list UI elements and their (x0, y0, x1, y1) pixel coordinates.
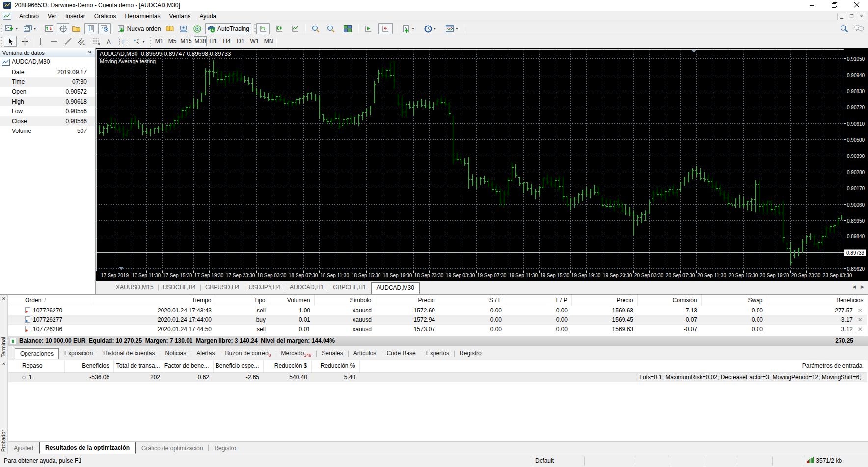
autotrading-button[interactable]: AutoTrading (205, 23, 251, 34)
chart-tab-xauusdm15[interactable]: XAUUSD,M15 (111, 282, 158, 294)
terminal-panel-button[interactable] (84, 23, 97, 34)
chart-tab-usdchfh4[interactable]: USDCHF,H4 (159, 282, 200, 294)
terminal-col-10[interactable]: Swap (701, 295, 767, 306)
chart-tab-gbpusdh4[interactable]: GBPUSD,H4 (201, 282, 244, 294)
terminal-col-3[interactable]: Volumen (270, 295, 314, 306)
terminal-tab-codebase[interactable]: Code Base (381, 348, 420, 359)
tabs-scroll-left-icon[interactable]: ◀ (852, 285, 856, 289)
timeframe-M30[interactable]: M30 (194, 36, 207, 46)
tester-close-icon[interactable]: ✕ (1, 361, 7, 367)
terminal-tab-artculos[interactable]: Artículos (349, 348, 381, 359)
timeframe-D1[interactable]: D1 (235, 36, 246, 46)
timeframe-MN[interactable]: MN (263, 36, 274, 46)
minimize-button[interactable] (801, 0, 823, 11)
tester-col-6[interactable]: Reducción % (311, 360, 359, 372)
vline-button[interactable] (35, 36, 45, 47)
status-profile[interactable]: Default (535, 456, 554, 466)
order-close-icon[interactable]: ✕ (854, 315, 867, 324)
data-window-button[interactable] (57, 23, 69, 34)
channel-button[interactable]: E (75, 36, 87, 47)
text-label-button[interactable]: T (117, 36, 129, 47)
cursor-button[interactable] (4, 36, 17, 47)
tester-col-1[interactable]: Beneficios (64, 360, 113, 372)
terminal-col-7[interactable]: T / P (506, 295, 571, 306)
navigator-button[interactable] (71, 23, 81, 34)
tester-col-5[interactable]: Reducción $ (263, 360, 311, 372)
data-window-close-icon[interactable]: ✕ (86, 49, 93, 56)
terminal-tab-seales[interactable]: Señales (317, 348, 348, 359)
terminal-col-8[interactable]: Precio (571, 295, 637, 306)
terminal-tab-exposicin[interactable]: Exposición (59, 348, 98, 359)
terminal-col-0[interactable]: Orden/ (8, 295, 93, 306)
chart-line-button[interactable] (289, 23, 301, 34)
tester-tab-resultadosdelaoptimizacin[interactable]: Resultados de la optimización (39, 442, 136, 454)
tile-windows-button[interactable] (341, 23, 354, 34)
tester-panel-button[interactable] (98, 23, 111, 34)
timeframe-M15[interactable]: M15 (180, 36, 192, 46)
tester-col-7[interactable]: Parámetros de entrada (359, 360, 867, 372)
tabs-scroll-right-icon[interactable]: ▶ (861, 285, 864, 289)
menu-herramientas[interactable]: Herramientas (120, 11, 164, 22)
chart-menu-icon[interactable] (3, 12, 12, 22)
order-close-icon[interactable]: ✕ (854, 306, 867, 315)
timeframe-H1[interactable]: H1 (208, 36, 218, 46)
menu-ver[interactable]: Ver (43, 11, 61, 22)
crosshair-button[interactable] (19, 36, 30, 47)
timeframe-W1[interactable]: W1 (249, 36, 260, 46)
chat-button[interactable] (852, 23, 867, 34)
terminal-tab-historialdecuentas[interactable]: Historial de cuentas (98, 348, 160, 359)
terminal-tab-alertas[interactable]: Alertas (191, 348, 219, 359)
chart-tab-gbpchfh1[interactable]: GBPCHF,H1 (328, 282, 370, 294)
chart-tab-audcadh1[interactable]: AUDCAD,H1 (285, 282, 328, 294)
price-chart[interactable]: 0.910500.909400.908300.907200.906100.905… (96, 48, 868, 281)
fibonacci-button[interactable]: F (90, 36, 102, 47)
terminal-col-5[interactable]: Precio (376, 295, 439, 306)
tester-col-3[interactable]: Factor de bene... (164, 360, 213, 372)
market-watch-button[interactable] (44, 23, 54, 34)
indicators-button[interactable]: ▼ (399, 23, 418, 34)
chart-shift-button[interactable] (378, 23, 393, 34)
tester-tab-registro[interactable]: Registro (209, 443, 242, 454)
order-row[interactable]: 1077262772020.01.24 17:44:00buy0.01xauus… (8, 315, 867, 324)
terminal-tab-noticias[interactable]: Noticias (160, 348, 191, 359)
menu-ventana[interactable]: Ventana (164, 11, 195, 22)
order-row[interactable]: 1077262862020.01.24 17:44:50sell0.01xauu… (8, 324, 867, 334)
search-button[interactable] (838, 23, 850, 34)
arrows-button[interactable]: ▼ (132, 36, 146, 47)
zoom-out-button[interactable] (325, 23, 337, 34)
tester-col-4[interactable]: Beneficio espe... (213, 360, 263, 372)
terminal-col-4[interactable]: Símbolo (314, 295, 376, 306)
terminal-close-icon[interactable]: ✕ (1, 296, 7, 302)
timeframe-H4[interactable]: H4 (221, 36, 232, 46)
terminal-col-6[interactable]: S / L (439, 295, 506, 306)
zoom-in-button[interactable] (309, 23, 322, 34)
chart-tab-audcadm30[interactable]: AUDCAD,M30 (371, 282, 420, 294)
mql-community-button[interactable] (178, 23, 189, 34)
terminal-tab-registro[interactable]: Registro (455, 348, 487, 359)
tester-tab-ajusted[interactable]: Ajusted (8, 443, 39, 454)
auto-scroll-button[interactable] (361, 23, 375, 34)
trendline-button[interactable] (62, 36, 74, 47)
text-button[interactable]: A (104, 36, 114, 47)
chart-candles-button[interactable] (272, 23, 286, 34)
menu-grficos[interactable]: Gráficos (90, 11, 121, 22)
tester-col-0[interactable]: Repaso (8, 360, 64, 372)
chart-tab-usdjpyh4[interactable]: USDJPY,H4 (244, 282, 284, 294)
close-button[interactable] (846, 0, 868, 11)
timeframe-M5[interactable]: M5 (166, 36, 178, 46)
tester-result-row[interactable]: 1-536.062020.62-2.65540.405.40Lots=0.1; … (8, 372, 867, 382)
terminal-tab-buzndecorreo[interactable]: Buzón de correo8 (220, 348, 276, 359)
order-row[interactable]: 1077262702020.01.24 17:43:43sell1.00xauu… (8, 306, 867, 315)
terminal-col-2[interactable]: Tipo (216, 295, 270, 306)
mdi-restore-button[interactable]: ❐ (847, 13, 856, 20)
maximize-button[interactable] (823, 0, 845, 11)
periods-button[interactable]: ▼ (421, 23, 440, 34)
tester-tab-grficodeoptimizacin[interactable]: Gráfico de optimización (136, 443, 208, 454)
menu-ayuda[interactable]: Ayuda (195, 11, 220, 22)
templates-button[interactable]: ▼ (442, 23, 462, 34)
new-order-button[interactable]: Nueva orden (115, 23, 163, 34)
menu-insertar[interactable]: Insertar (61, 11, 90, 22)
mdi-close-button[interactable]: ✕ (857, 13, 866, 20)
terminal-tab-mercado[interactable]: Mercado149 (276, 348, 317, 359)
terminal-tab-expertos[interactable]: Expertos (421, 348, 454, 359)
